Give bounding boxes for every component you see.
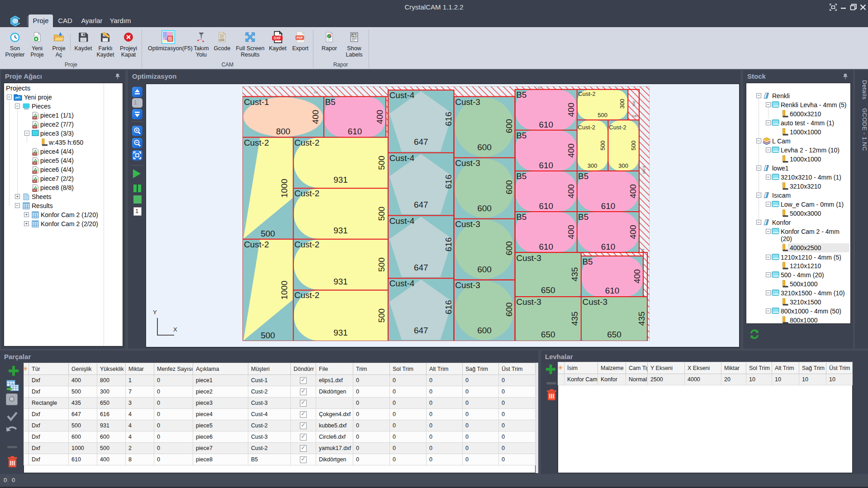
svg-text:610: 610 [539, 242, 553, 251]
svg-text:610: 610 [539, 161, 553, 170]
svg-text:931: 931 [333, 277, 348, 286]
svg-text:Cust-4: Cust-4 [389, 279, 415, 288]
svg-text:610: 610 [539, 120, 553, 129]
svg-text:B5: B5 [516, 212, 526, 222]
svg-text:Cust-2: Cust-2 [578, 124, 595, 131]
svg-text:Cust-2: Cust-2 [294, 290, 320, 300]
svg-text:Y: Y [153, 309, 157, 316]
svg-text:500: 500 [598, 112, 607, 118]
svg-text:647: 647 [414, 263, 428, 272]
svg-text:600: 600 [477, 265, 492, 274]
svg-text:610: 610 [605, 286, 620, 295]
svg-text:616: 616 [444, 300, 453, 314]
svg-text:600: 600 [504, 119, 514, 133]
svg-text:B5: B5 [325, 97, 336, 107]
svg-text:300: 300 [632, 101, 636, 106]
svg-text:500: 500 [377, 308, 386, 323]
svg-text:600: 600 [477, 326, 492, 335]
svg-text:500: 500 [261, 331, 275, 340]
svg-text:B5: B5 [578, 212, 588, 222]
svg-text:400: 400 [566, 103, 576, 117]
svg-text:300: 300 [588, 162, 598, 169]
svg-text:90: 90 [538, 86, 541, 90]
svg-text:B5: B5 [516, 90, 526, 99]
svg-text:Cust-4: Cust-4 [389, 216, 415, 226]
svg-text:500: 500 [377, 156, 386, 170]
svg-text:600: 600 [504, 302, 514, 317]
svg-text:647: 647 [414, 137, 428, 147]
svg-text:Cust-3: Cust-3 [455, 280, 480, 290]
svg-text:Cust-2: Cust-2 [294, 240, 320, 249]
svg-text:Cust-2: Cust-2 [609, 124, 626, 131]
svg-text:500: 500 [377, 257, 386, 272]
svg-text:400: 400 [628, 184, 638, 199]
svg-text:Cust-2: Cust-2 [578, 90, 595, 97]
svg-text:931: 931 [333, 226, 348, 235]
svg-text:Cust-1: Cust-1 [244, 97, 269, 107]
svg-text:1000: 1000 [280, 179, 289, 198]
svg-text:650: 650 [541, 285, 555, 295]
svg-text:Cust-3: Cust-3 [455, 97, 480, 107]
svg-text:435: 435 [570, 267, 579, 282]
svg-text:Cust-2: Cust-2 [294, 189, 320, 198]
svg-text:300: 300 [618, 162, 628, 169]
svg-text:Cust-4: Cust-4 [389, 90, 415, 100]
svg-text:400: 400 [566, 225, 576, 239]
svg-text:441: 441 [314, 91, 319, 94]
svg-text:Cust-3: Cust-3 [516, 297, 541, 307]
svg-text:500: 500 [261, 229, 275, 238]
svg-text:91: 91 [641, 249, 645, 252]
svg-text:650: 650 [607, 330, 621, 339]
svg-text:610: 610 [601, 242, 616, 251]
svg-text:B5: B5 [583, 257, 593, 266]
svg-text:1000: 1000 [280, 280, 289, 299]
svg-text:500: 500 [630, 141, 637, 151]
svg-text:931: 931 [333, 175, 348, 185]
svg-text:647: 647 [414, 326, 428, 335]
svg-text:435: 435 [637, 312, 646, 326]
svg-text:400: 400 [632, 269, 642, 284]
svg-text:400: 400 [375, 110, 384, 124]
svg-text:Cust-2: Cust-2 [244, 138, 269, 147]
svg-text:DXF: DXF [274, 36, 281, 40]
svg-text:Cust-3: Cust-3 [455, 219, 480, 229]
svg-text:616: 616 [444, 175, 453, 189]
svg-text:600: 600 [504, 241, 514, 256]
svg-text:Cust-4: Cust-4 [389, 153, 415, 163]
svg-text:500: 500 [599, 141, 606, 151]
svg-text:931: 931 [333, 328, 348, 337]
svg-text:PDF: PDF [297, 36, 303, 39]
svg-text:616: 616 [444, 237, 453, 252]
svg-text:102,8: 102,8 [642, 166, 646, 174]
svg-text:610: 610 [348, 127, 362, 136]
svg-text:400: 400 [566, 143, 576, 158]
svg-text:435: 435 [570, 312, 579, 326]
svg-text:610: 610 [539, 201, 553, 211]
svg-text:Cust-2: Cust-2 [294, 138, 320, 147]
svg-text:500: 500 [377, 207, 386, 221]
svg-text:800: 800 [276, 127, 290, 136]
svg-text:B5: B5 [516, 131, 526, 140]
svg-text:Cust-3: Cust-3 [583, 297, 608, 307]
svg-text:647: 647 [414, 200, 428, 209]
svg-text:X: X [173, 326, 177, 333]
svg-text:Cust-3: Cust-3 [516, 253, 541, 263]
svg-text:616: 616 [444, 112, 453, 126]
svg-text:B5: B5 [516, 171, 526, 181]
svg-text:600: 600 [477, 204, 492, 213]
svg-text:400: 400 [566, 184, 576, 199]
svg-text:Cust-2: Cust-2 [244, 240, 269, 249]
svg-text:650: 650 [541, 330, 555, 339]
svg-text:400: 400 [628, 225, 638, 239]
svg-text:610: 610 [601, 201, 616, 211]
svg-text:B5: B5 [578, 171, 588, 181]
svg-text:300: 300 [619, 99, 626, 109]
svg-text:400: 400 [311, 110, 320, 124]
svg-text:GCODE: GCODE [219, 39, 225, 41]
svg-text:Cust-3: Cust-3 [455, 158, 480, 168]
svg-text:600: 600 [504, 180, 514, 194]
svg-text:140: 140 [632, 114, 638, 118]
svg-text:600: 600 [477, 142, 492, 152]
